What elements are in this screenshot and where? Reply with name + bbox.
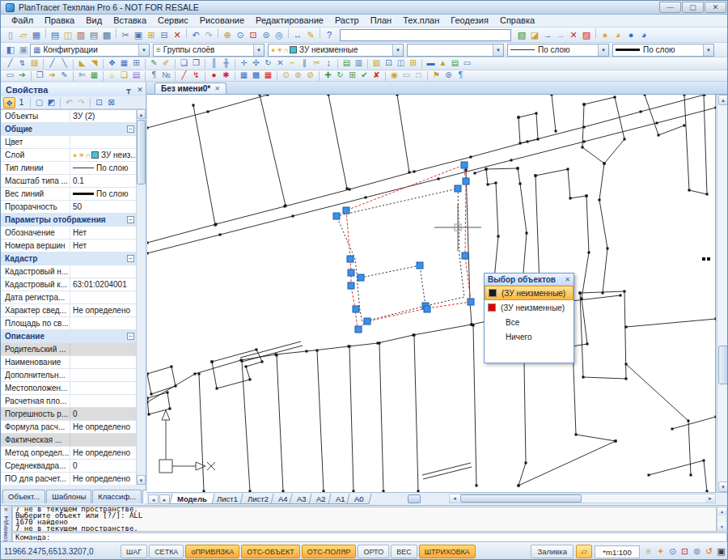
style-combo[interactable]: ▼ — [407, 44, 504, 57]
node-edit-icon[interactable]: ❖ — [106, 58, 118, 69]
save-icon[interactable]: ▦ — [30, 29, 43, 41]
select-props-icon[interactable]: ◕ — [637, 29, 650, 41]
document-tab[interactable]: Без имени0* ✕ — [154, 83, 226, 94]
row-error[interactable]: Погрешность р... ● ☀ ∩ 0 − — [1, 408, 137, 421]
lock-icon[interactable]: ⊙ — [280, 70, 292, 81]
chevron-down-icon[interactable]: ▼ — [138, 45, 149, 56]
info-icon[interactable]: ¶ — [455, 70, 467, 81]
toggle-polar[interactable]: ОТС-ПОЛЯР — [302, 545, 357, 558]
section-general[interactable]: Общие ● ☀ ∩ − — [1, 123, 137, 136]
scroll-up-icon[interactable]: ▲ — [137, 109, 146, 119]
row-objects[interactable]: Объекты ● ☀ ∩ ЗУ (2) − — [1, 110, 137, 123]
section-description[interactable]: Описание ● ☀ ∩ − — [1, 330, 137, 343]
erase-icon[interactable]: ✕ — [171, 29, 184, 41]
row-method[interactable]: Метод определ... ● ☀ ∩ Не определено − — [1, 447, 137, 460]
toolbar-input[interactable] — [340, 29, 511, 41]
popup-item-zu-black[interactable]: (ЗУ неизменные) — [485, 286, 574, 300]
lineweight-display-icon[interactable]: ≡ — [642, 545, 654, 558]
row-parent[interactable]: Родительский ... ● ☀ ∩ − — [1, 343, 137, 356]
draw-red-polyline-icon[interactable]: ↯ — [190, 70, 202, 81]
export-project-icon[interactable]: ➔ — [46, 70, 58, 81]
grid-off-icon[interactable]: ▦ — [262, 70, 274, 81]
sheet-tab-a0[interactable]: A0 — [347, 494, 372, 504]
stamp-icon[interactable]: ⊛ — [442, 70, 455, 81]
chevron-down-icon[interactable]: ▼ — [392, 45, 403, 56]
toggle-ortho[interactable]: ОРТО — [358, 545, 389, 558]
row-vertex-numbers[interactable]: Номера вершин ● ☀ ∩ Нет − — [1, 240, 137, 252]
distribute-icon[interactable]: ╫ — [220, 58, 232, 69]
layer-import-icon[interactable]: → — [541, 29, 554, 41]
popup-item-all[interactable]: Все — [485, 315, 574, 329]
update-selection-icon[interactable]: ⊠ — [105, 97, 117, 108]
rotate-icon[interactable]: ↻ — [262, 58, 274, 69]
align-icon[interactable]: ║ — [208, 58, 220, 69]
map-canvas[interactable] — [147, 95, 716, 492]
offset-icon[interactable]: ⌐ — [286, 58, 298, 69]
tab-objects[interactable]: Объект... — [2, 490, 45, 503]
batch-plot-icon[interactable]: ▩ — [100, 29, 113, 41]
draw-segment-icon[interactable]: ╱ — [46, 58, 58, 69]
point-group-icon[interactable]: ✱ — [220, 70, 232, 81]
popup-item-zu-red[interactable]: (ЗУ неизменные) — [485, 300, 574, 315]
scroll-thumb[interactable] — [460, 494, 582, 503]
draw-line-icon[interactable]: ╱ — [4, 58, 16, 69]
close-icon[interactable]: ✕ — [1, 506, 11, 513]
row-cadastral-number[interactable]: Кадастровый н... ● ☀ ∩ − — [1, 265, 137, 278]
row-calc-area[interactable]: Расчетная пло... ● ☀ ∩ − — [1, 395, 137, 408]
legend-icon[interactable]: ▤ — [449, 58, 461, 69]
draw-red-line-icon[interactable]: ╱ — [178, 70, 190, 81]
canvas-hscrollbar[interactable]: ◄ ► — [449, 494, 716, 503]
zoom-selection-icon[interactable]: ✚ — [322, 70, 334, 81]
chevron-down-icon[interactable]: ▼ — [253, 45, 264, 56]
menu-edit[interactable]: Правка — [39, 15, 80, 27]
parcel-point-icon[interactable]: ⊡ — [383, 58, 395, 69]
paste-icon[interactable]: ⊞ — [145, 29, 158, 41]
collapse-icon[interactable]: − — [127, 216, 134, 223]
select-window-icon[interactable]: ▢ — [33, 97, 45, 108]
cancel-draw-icon[interactable]: ✘ — [370, 70, 383, 81]
menu-service[interactable]: Сервис — [152, 15, 194, 27]
apply-previous-icon[interactable]: ↶ — [63, 97, 75, 108]
section-cadastre[interactable]: Кадастр ● ☀ ∩ − — [1, 252, 137, 265]
parcel-split-icon[interactable]: ◫ — [395, 58, 407, 69]
open-project-icon[interactable]: ❒ — [34, 70, 46, 81]
draw-polyline-icon[interactable]: ↯ — [16, 58, 28, 69]
menu-plan[interactable]: План — [365, 15, 398, 27]
zoom-extents-icon[interactable]: ◎ — [273, 29, 286, 41]
row-transparency[interactable]: Прозрачность ● ☀ ∩ 50 − — [1, 201, 137, 214]
chevron-down-icon[interactable]: ▼ — [493, 45, 503, 56]
menu-view[interactable]: Вид — [80, 15, 108, 27]
regen-icon[interactable]: ↺ — [703, 545, 715, 558]
command-history[interactable]: 7 не в текущем пространстве.Выберите объ… — [12, 507, 717, 532]
array-icon[interactable]: ∥ — [298, 58, 311, 69]
building-icon[interactable]: ⌂ — [106, 70, 118, 81]
layer-groups-combo[interactable]: ≡ Группы слоёв ▼ — [153, 44, 265, 57]
toggle-grid[interactable]: СЕТКА — [149, 545, 184, 558]
survey-import-icon[interactable]: ✄ — [76, 70, 88, 81]
menu-geodesy[interactable]: Геодезия — [445, 15, 494, 27]
measure-icon[interactable]: ↔ — [291, 29, 304, 41]
edit-measure-icon[interactable]: ✐ — [160, 58, 172, 69]
sheet-tab-model[interactable]: Модель — [169, 494, 214, 504]
workspace-icon[interactable]: ◧ — [4, 44, 17, 56]
close-button[interactable]: ✕ — [705, 2, 726, 13]
collapse-icon[interactable]: − — [127, 125, 134, 133]
maximize-button[interactable]: ▢ — [682, 2, 704, 13]
undo-icon[interactable]: ↶ — [189, 29, 202, 41]
layer-translate-icon[interactable]: ▧ — [515, 29, 528, 41]
lineweight-combo[interactable]: По слою ▼ — [612, 44, 714, 57]
canvas-vscrollbar[interactable]: ▲ ▼ — [717, 95, 728, 492]
scroll-up-icon[interactable]: ▲ — [717, 507, 726, 515]
parcel-boundary-icon[interactable]: ▧ — [370, 58, 383, 69]
zoom-object-icon[interactable]: ⊚ — [260, 29, 273, 41]
grid-edit-icon[interactable]: ▩ — [250, 70, 262, 81]
paste-special-icon[interactable]: ⊟ — [158, 29, 171, 41]
cut-icon[interactable]: ✂ — [119, 29, 132, 41]
help-icon[interactable]: ? — [323, 29, 336, 41]
popup-item-none[interactable]: Ничего — [485, 329, 574, 344]
row-info-character[interactable]: Характер свед... ● ☀ ∩ Не определено − — [1, 304, 137, 317]
properties-scrollbar[interactable]: ▲ ▼ — [136, 109, 146, 485]
toggle-otrack[interactable]: ОТС-ОБЪЕКТ — [241, 545, 299, 558]
parcel-merge-icon[interactable]: ⊞ — [407, 58, 419, 69]
scale-bar-icon[interactable]: ▬ — [425, 58, 437, 69]
